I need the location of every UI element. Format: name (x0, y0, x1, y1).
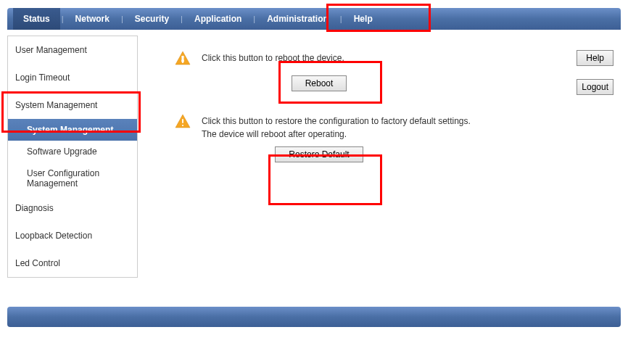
sidebar-sub-software-upgrade[interactable]: Software Upgrade (8, 141, 137, 162)
right-action-buttons: Help Logout (577, 50, 613, 95)
nav-help[interactable]: Help (344, 8, 383, 30)
reboot-button-row: Reboot (174, 75, 464, 91)
footer-bar (7, 307, 621, 327)
nav-application[interactable]: Application (184, 8, 252, 30)
nav-separator: | (120, 15, 125, 23)
reboot-message-text: Click this button to reboot the device. (202, 50, 344, 65)
restore-default-button[interactable]: Restore Default (275, 146, 363, 162)
restore-button-row: Restore Default (174, 146, 464, 162)
restore-message-row: Click this button to restore the configu… (174, 113, 613, 141)
svg-rect-5 (182, 56, 183, 60)
logout-button[interactable]: Logout (577, 79, 613, 95)
svg-rect-6 (182, 119, 183, 123)
nav-separator: | (252, 15, 257, 23)
nav-separator: | (339, 15, 344, 23)
warning-icon (174, 50, 191, 70)
top-navigation: Status | Network | Security | Applicatio… (7, 8, 621, 30)
nav-security[interactable]: Security (125, 8, 179, 30)
nav-network[interactable]: Network (65, 8, 120, 30)
reboot-message-row: Click this button to reboot the device. (174, 50, 613, 70)
reboot-button[interactable]: Reboot (292, 75, 347, 91)
nav-administration[interactable]: Administration (257, 8, 339, 30)
sidebar-sub-system-management[interactable]: System Management (8, 119, 137, 141)
svg-point-4 (182, 62, 183, 63)
sidebar-item-loopback-detection[interactable]: Loopback Detection (8, 222, 137, 249)
nav-separator: | (60, 15, 65, 23)
nav-status[interactable]: Status (13, 8, 60, 30)
nav-separator: | (179, 15, 184, 23)
sidebar-item-led-control[interactable]: Led Control (8, 249, 137, 277)
restore-message-text: Click this button to restore the configu… (202, 113, 477, 141)
content-area: Help Logout Click this button to reboot … (145, 36, 621, 184)
sidebar-item-diagnosis[interactable]: Diagnosis (8, 194, 137, 222)
sidebar-sub-user-configuration-management[interactable]: User Configuration Management (8, 162, 137, 194)
main-area: User Management Login Timeout System Man… (0, 30, 628, 278)
sidebar: User Management Login Timeout System Man… (7, 36, 138, 278)
svg-point-7 (182, 125, 183, 126)
warning-icon (174, 113, 191, 133)
sidebar-item-login-timeout[interactable]: Login Timeout (8, 64, 137, 91)
sidebar-item-system-management[interactable]: System Management (8, 91, 137, 119)
sidebar-item-user-management[interactable]: User Management (8, 36, 137, 64)
help-button[interactable]: Help (577, 50, 613, 66)
